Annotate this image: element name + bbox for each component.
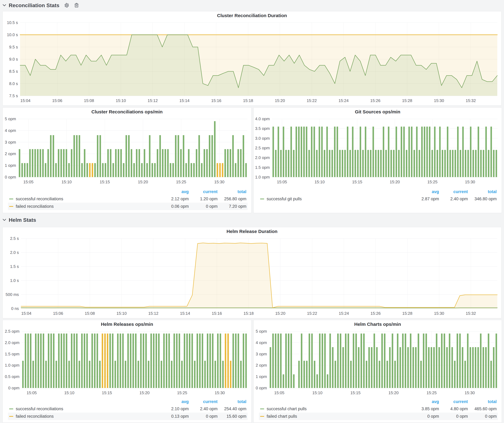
chart-svg: 15:0515:1015:1515:2015:2515:305 opm4 opm… xyxy=(3,116,251,186)
svg-text:3 opm: 3 opm xyxy=(5,140,16,145)
legend-col-total[interactable]: total xyxy=(217,189,246,194)
legend-col-avg[interactable]: avg xyxy=(410,189,439,194)
series-color-dash xyxy=(260,199,264,199)
svg-text:0 opm: 0 opm xyxy=(5,175,16,179)
gear-icon[interactable] xyxy=(64,3,69,8)
legend-row-failed-chart-pulls: failed chart pulls 0 opm 0 opm 0 opm xyxy=(259,412,498,420)
legend-col-total[interactable]: total xyxy=(468,189,497,194)
svg-text:15:20: 15:20 xyxy=(389,390,399,395)
legend-row-successful-git-pulls: successful git pulls 2.87 opm 2.40 opm 3… xyxy=(259,195,498,203)
svg-text:7.5 s: 7.5 s xyxy=(9,94,18,98)
svg-text:3.0 opm: 3.0 opm xyxy=(255,136,270,141)
svg-text:15:18: 15:18 xyxy=(243,98,253,103)
row-header-reconciliation-stats[interactable]: Reconciliation Stats xyxy=(2,1,79,9)
svg-text:2.5 s: 2.5 s xyxy=(10,236,19,241)
svg-text:15:08: 15:08 xyxy=(84,98,94,103)
panel-title[interactable]: Helm Release Duration xyxy=(3,227,501,236)
chart-svg: 15:0415:0615:0815:1015:1215:1415:1615:18… xyxy=(3,20,501,105)
svg-text:15:05: 15:05 xyxy=(277,180,287,184)
svg-text:15:15: 15:15 xyxy=(102,390,112,395)
svg-text:9.0 s: 9.0 s xyxy=(9,57,18,62)
svg-text:15:25: 15:25 xyxy=(176,180,186,184)
panel-title[interactable]: Helm Releases ops/min xyxy=(3,320,251,329)
panel-title[interactable]: Cluster Reconciliation Duration xyxy=(3,11,501,20)
svg-text:15:16: 15:16 xyxy=(212,311,222,316)
trash-icon[interactable] xyxy=(74,3,79,8)
helm-releases-opm-chart[interactable]: 15:0515:1015:1515:2015:2515:302.5 opm2.0… xyxy=(3,329,251,397)
row-title: Reconciliation Stats xyxy=(9,2,59,8)
svg-text:1.0 opm: 1.0 opm xyxy=(255,175,270,179)
svg-text:15:20: 15:20 xyxy=(275,98,285,103)
legend-row-successful-chart-pulls: successful chart pulls 3.85 opm 4.80 opm… xyxy=(259,405,498,412)
legend-col-current[interactable]: current xyxy=(439,399,468,404)
git-sources-opm-chart[interactable]: 15:0515:1015:1515:2015:2515:304.0 opm3.5… xyxy=(253,116,502,186)
series-color-dash xyxy=(9,409,13,409)
row-header-helm-stats[interactable]: Helm Stats xyxy=(2,216,36,224)
panel-title[interactable]: Helm Charts ops/min xyxy=(253,320,502,329)
svg-text:8.0 s: 8.0 s xyxy=(9,81,18,86)
svg-text:15:10: 15:10 xyxy=(61,180,72,184)
row-title: Helm Stats xyxy=(9,217,36,223)
svg-text:15:10: 15:10 xyxy=(314,180,325,184)
legend-col-total[interactable]: total xyxy=(468,399,497,404)
legend-col-avg[interactable]: avg xyxy=(160,399,189,404)
svg-text:15:30: 15:30 xyxy=(214,180,224,184)
series-color-dash xyxy=(260,416,264,417)
panel-cluster-reconciliations-opm: Cluster Reconciliations ops/min 15:0515:… xyxy=(2,107,252,213)
helm-release-duration-chart[interactable]: 15:0415:0615:0815:1015:1215:1415:1615:18… xyxy=(3,236,501,318)
legend-row-failed-reconciliations: failed reconciliations 0.13 opm 0 opm 15… xyxy=(8,412,248,420)
svg-text:2 opm: 2 opm xyxy=(256,363,267,368)
legend-col-current[interactable]: current xyxy=(189,399,217,404)
svg-text:15:30: 15:30 xyxy=(434,311,444,316)
svg-text:15:26: 15:26 xyxy=(370,98,380,103)
legend-header: avg current total xyxy=(259,398,498,405)
svg-text:3 opm: 3 opm xyxy=(256,352,267,356)
chevron-down-icon xyxy=(2,4,6,6)
legend-row-failed-reconciliations: failed reconciliations 0.06 opm 0 opm 7.… xyxy=(8,203,248,210)
panel-title[interactable]: Cluster Reconciliations ops/min xyxy=(3,108,251,116)
chart-svg: 15:0415:0615:0815:1015:1215:1415:1615:18… xyxy=(3,236,501,318)
legend-col-avg[interactable]: avg xyxy=(410,399,439,404)
svg-text:15:20: 15:20 xyxy=(138,180,148,184)
series-color-dash xyxy=(260,409,264,409)
svg-text:15:24: 15:24 xyxy=(338,98,349,103)
legend-col-avg[interactable]: avg xyxy=(160,189,189,194)
svg-text:15:05: 15:05 xyxy=(27,390,37,395)
svg-text:0 ns: 0 ns xyxy=(11,306,19,311)
chart-svg: 15:0515:1015:1515:2015:2515:302.5 opm2.0… xyxy=(3,329,251,397)
svg-text:1.0 opm: 1.0 opm xyxy=(5,363,19,368)
svg-text:1 opm: 1 opm xyxy=(256,374,267,379)
legend: avg current total successful reconciliat… xyxy=(8,398,248,420)
svg-text:2.5 opm: 2.5 opm xyxy=(255,146,270,150)
svg-text:1.0 s: 1.0 s xyxy=(10,278,19,283)
legend-col-current[interactable]: current xyxy=(439,189,468,194)
svg-text:15:10: 15:10 xyxy=(64,390,74,395)
legend-col-total[interactable]: total xyxy=(217,399,246,404)
svg-text:15:06: 15:06 xyxy=(53,311,63,316)
cluster-reconciliations-opm-chart[interactable]: 15:0515:1015:1515:2015:2515:305 opm4 opm… xyxy=(3,116,251,186)
series-color-dash xyxy=(9,206,13,207)
svg-text:10.5 s: 10.5 s xyxy=(7,20,18,25)
svg-text:15:14: 15:14 xyxy=(179,98,190,103)
svg-text:15:18: 15:18 xyxy=(244,311,254,316)
svg-text:15:10: 15:10 xyxy=(117,311,127,316)
cluster-reconciliation-duration-chart[interactable]: 15:0415:0615:0815:1015:1215:1415:1615:18… xyxy=(3,20,501,105)
svg-text:1.5 opm: 1.5 opm xyxy=(5,352,19,356)
svg-text:3.5 opm: 3.5 opm xyxy=(255,126,270,131)
panel-title[interactable]: Git Sources ops/min xyxy=(253,108,502,116)
panel-git-sources-opm: Git Sources ops/min 15:0515:1015:1515:20… xyxy=(253,107,502,213)
legend-col-current[interactable]: current xyxy=(189,189,217,194)
svg-text:15:20: 15:20 xyxy=(275,311,285,316)
svg-text:5 opm: 5 opm xyxy=(5,117,16,121)
legend-header: avg current total xyxy=(259,188,498,195)
svg-text:1 opm: 1 opm xyxy=(5,163,16,168)
helm-charts-opm-chart[interactable]: 15:0515:1015:1515:2015:2515:305 opm4 opm… xyxy=(253,329,502,397)
svg-text:15:16: 15:16 xyxy=(211,98,221,103)
chart-svg: 15:0515:1015:1515:2015:2515:304.0 opm3.5… xyxy=(253,116,502,186)
svg-text:15:12: 15:12 xyxy=(148,98,158,103)
svg-text:15:15: 15:15 xyxy=(100,180,110,184)
svg-text:15:12: 15:12 xyxy=(148,311,158,316)
svg-text:4 opm: 4 opm xyxy=(5,128,16,133)
svg-text:15:24: 15:24 xyxy=(339,311,349,316)
svg-text:15:15: 15:15 xyxy=(352,180,362,184)
